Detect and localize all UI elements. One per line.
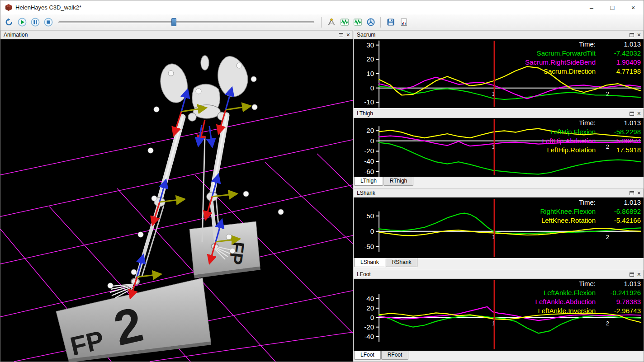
svg-text:0: 0 — [370, 314, 374, 321]
toolbar-separator — [380, 17, 381, 28]
loop-button[interactable] — [3, 16, 15, 28]
svg-text:0: 0 — [370, 84, 374, 92]
svg-text:-20: -20 — [364, 323, 374, 331]
svg-text:10: 10 — [366, 70, 374, 77]
main-area: Animation × — [0, 30, 644, 362]
app-window: HelenHayes C3D_walk2* – □ × — [0, 0, 644, 362]
close-icon[interactable]: × — [637, 190, 641, 196]
animation-panel: Animation × — [0, 30, 353, 362]
float-icon[interactable] — [630, 31, 634, 39]
lshank-chart[interactable]: 500-5012 Time:1.013 RightKnee.Flexion-6.… — [354, 197, 644, 258]
lthigh-chart[interactable]: 200-20-40-6012 Time:1.013 LeftHip.Flexio… — [354, 118, 644, 177]
pause-button[interactable] — [29, 16, 41, 28]
svg-text:20: 20 — [366, 55, 374, 63]
time-value: 1.013 — [596, 118, 641, 127]
sacrum-panel-title: Sacrum — [357, 32, 375, 38]
lthigh-legend: Time:1.013 LeftHip.Flexion-58.2298LeftHi… — [488, 118, 641, 155]
svg-text:-40: -40 — [364, 157, 374, 165]
tab-rthigh[interactable]: RThigh — [384, 177, 413, 186]
lfoot-chart[interactable]: 40200-20-4012 Time:1.013 LeftAnkle.Flexi… — [354, 279, 644, 351]
play-icon — [18, 18, 27, 27]
series-name: LeftAnkle.Flexion — [488, 288, 596, 297]
svg-text:30: 30 — [366, 41, 374, 49]
tab-lfoot[interactable]: LFoot — [354, 351, 381, 360]
sacrum-chart[interactable]: 3020100-1012 Time:1.013 Sacrum.ForwardTi… — [354, 39, 644, 108]
timeline-slider[interactable] — [58, 17, 314, 27]
stop-button[interactable] — [42, 16, 54, 28]
minimize-button[interactable]: – — [581, 0, 602, 14]
maximize-button[interactable]: □ — [602, 0, 623, 14]
svg-text:2: 2 — [606, 320, 609, 327]
close-icon[interactable]: × — [346, 32, 350, 38]
time-label: Time: — [488, 279, 596, 288]
waveform-button-1[interactable] — [338, 16, 350, 28]
lshank-tab-bar: LShank RShank — [354, 258, 644, 269]
toolbar-separator — [321, 17, 322, 28]
tab-rshank[interactable]: RShank — [386, 258, 418, 267]
model-icon — [366, 18, 375, 27]
play-button[interactable] — [16, 16, 28, 28]
waveform-icon — [353, 18, 362, 27]
animation-panel-titlebar[interactable]: Animation × — [0, 30, 353, 39]
series-name: Sacrum.ForwardTilt — [488, 49, 596, 58]
toolbar — [0, 14, 644, 30]
sacrum-legend: Time:1.013 Sacrum.ForwardTilt-7.42032Sac… — [488, 40, 641, 76]
model-button[interactable] — [365, 16, 377, 28]
series-value: 4.77198 — [596, 67, 641, 76]
svg-text:2: 2 — [606, 234, 609, 240]
loop-icon — [5, 18, 14, 27]
report-button[interactable] — [398, 16, 410, 28]
series-value: -0.241926 — [596, 288, 641, 297]
svg-text:-60: -60 — [364, 168, 374, 175]
series-value: -5.39274 — [596, 136, 641, 146]
series-name: LeftHip.Abduction — [488, 136, 596, 146]
sacrum-panel-titlebar[interactable]: Sacrum × — [354, 30, 644, 39]
lfoot-panel-title: LFoot — [357, 271, 371, 277]
lthigh-panel-titlebar[interactable]: LThigh × — [354, 109, 644, 118]
sacrum-panel: Sacrum × 3020100-1012 Time:1.013 Sacrum.… — [354, 30, 644, 108]
save-button[interactable] — [384, 16, 397, 28]
lfoot-panel-titlebar[interactable]: LFoot × — [354, 270, 644, 279]
tab-lthigh[interactable]: LThigh — [354, 177, 383, 186]
float-icon[interactable] — [630, 109, 634, 118]
svg-text:20: 20 — [366, 304, 374, 312]
titlebar[interactable]: HelenHayes C3D_walk2* – □ × — [0, 0, 644, 14]
save-icon — [386, 18, 395, 27]
series-value: -2.96743 — [596, 306, 641, 315]
close-icon[interactable]: × — [637, 271, 641, 277]
close-icon[interactable]: × — [637, 32, 641, 38]
lthigh-panel-title: LThigh — [357, 110, 373, 117]
timeline-slider-track[interactable] — [58, 21, 314, 23]
series-name: LeftHip.Flexion — [488, 127, 596, 136]
stop-icon — [44, 18, 53, 27]
float-icon[interactable] — [339, 31, 343, 39]
svg-text:-50: -50 — [364, 243, 374, 250]
close-button[interactable]: × — [623, 0, 644, 14]
lthigh-panel: LThigh × 200-20-40-6012 Time:1.013 LeftH… — [354, 109, 644, 188]
series-value: 9.78383 — [596, 297, 641, 306]
time-value: 1.013 — [596, 279, 641, 288]
force-plate-far: FP — [189, 221, 260, 278]
animation-viewport[interactable]: FP FP 2 — [0, 39, 353, 362]
float-icon[interactable] — [630, 270, 634, 278]
float-icon[interactable] — [630, 189, 634, 197]
timeline-slider-handle[interactable] — [171, 18, 176, 26]
time-label: Time: — [488, 40, 596, 49]
series-value: -5.42166 — [596, 216, 641, 225]
lshank-panel-titlebar[interactable]: LShank × — [354, 188, 644, 197]
lshank-panel: LShank × 500-5012 Time:1.013 RightKnee.F… — [354, 188, 644, 269]
measure-tool-icon — [327, 18, 336, 27]
measure-tool-button[interactable] — [325, 16, 337, 28]
animation-panel-title: Animation — [4, 32, 28, 38]
lfoot-panel: LFoot × 40200-20-4012 Time:1.013 LeftAnk… — [354, 270, 644, 362]
series-name: LeftAnkle.Inversion — [488, 306, 596, 315]
tab-lshank[interactable]: LShank — [354, 258, 385, 267]
series-name: LeftKnee.Rotation — [488, 216, 596, 225]
tab-rfoot[interactable]: RFoot — [381, 351, 409, 360]
lfoot-legend: Time:1.013 LeftAnkle.Flexion-0.241926Lef… — [488, 279, 641, 315]
svg-text:0: 0 — [370, 227, 374, 235]
close-icon[interactable]: × — [637, 110, 641, 117]
lshank-legend: Time:1.013 RightKnee.Flexion-6.86892Left… — [488, 198, 641, 225]
charts-column: Sacrum × 3020100-1012 Time:1.013 Sacrum.… — [354, 30, 644, 362]
waveform-button-2[interactable] — [351, 16, 364, 28]
